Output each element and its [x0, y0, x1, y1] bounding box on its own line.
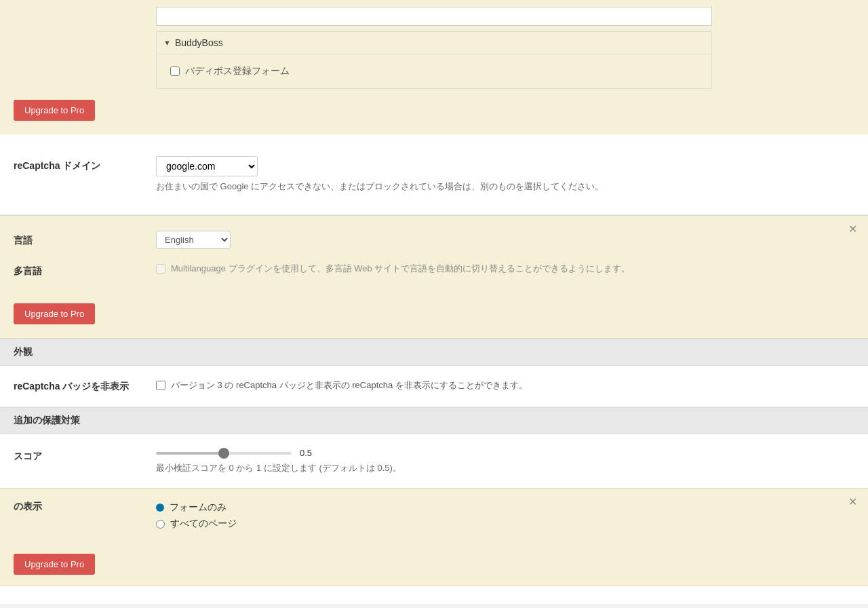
language-close-btn[interactable]: ✕	[848, 224, 857, 235]
display-radio-all[interactable]	[156, 520, 165, 529]
multilang-label: 多言語	[14, 261, 156, 278]
language-label: 言語	[14, 231, 156, 247]
buddyboss-arrow-icon: ▼	[163, 39, 171, 47]
badge-row: reCaptcha バッジを非表示 バージョン 3 の reCaptcha バッ…	[0, 366, 868, 407]
bottom-row	[0, 593, 868, 604]
protection-section: スコア 0.5 最小検証スコアを 0 から 1 に設定します (デフォルトは 0…	[0, 434, 868, 488]
page-wrapper: ▼ BuddyBoss バディボス登録フォーム Upgrade to Pro r…	[0, 0, 868, 604]
display-option-forms: フォームのみ	[156, 499, 854, 516]
display-section: ✕ の表示 フォームのみ すべてのページ Upgrade to Pro	[0, 488, 868, 586]
domain-content: google.com recaptcha.net お住まいの国で Google …	[156, 156, 854, 193]
appearance-section-header: 外観	[0, 339, 868, 366]
display-option-all: すべてのページ	[156, 516, 854, 532]
domain-select[interactable]: google.com recaptcha.net	[156, 156, 258, 176]
multilang-row: Multilanguage プラグインを使用して、多言語 Web サイトで言語を…	[156, 261, 854, 275]
buddyboss-checkbox[interactable]	[170, 66, 180, 76]
display-close-btn[interactable]: ✕	[848, 497, 857, 508]
score-row: スコア 0.5 最小検証スコアを 0 から 1 に設定します (デフォルトは 0…	[0, 434, 868, 488]
buddyboss-header[interactable]: ▼ BuddyBoss	[156, 31, 712, 54]
buddyboss-upgrade-btn[interactable]: Upgrade to Pro	[14, 100, 95, 121]
display-option2-label: すべてのページ	[170, 518, 237, 530]
buddyboss-input-area	[156, 7, 712, 26]
slider-container: 0.5	[156, 448, 854, 458]
display-row: の表示 フォームのみ すべてのページ	[0, 489, 868, 543]
badge-checkbox[interactable]	[156, 381, 165, 390]
display-upgrade-wrapper: Upgrade to Pro	[0, 543, 868, 586]
bottom-section	[0, 586, 868, 604]
language-select-wrapper: English Japanese Chinese French German	[156, 231, 854, 249]
domain-form-row: reCaptcha ドメイン google.com recaptcha.net …	[0, 148, 868, 201]
language-upgrade-wrapper: Upgrade to Pro	[0, 286, 868, 324]
buddyboss-container: ▼ BuddyBoss バディボス登録フォーム	[156, 7, 712, 89]
radio-dot-selected	[156, 504, 164, 512]
language-select[interactable]: English Japanese Chinese French German	[156, 231, 231, 249]
protection-section-header: 追加の保護対策	[0, 407, 868, 434]
display-options: フォームのみ すべてのページ	[156, 499, 854, 532]
score-description: 最小検証スコアを 0 から 1 に設定します (デフォルトは 0.5)。	[156, 462, 854, 474]
display-label: の表示	[14, 499, 156, 513]
score-label: スコア	[14, 448, 156, 463]
score-content: 0.5 最小検証スコアを 0 から 1 に設定します (デフォルトは 0.5)。	[156, 448, 854, 474]
badge-label: reCaptcha バッジを非表示	[14, 379, 156, 393]
buddyboss-content: バディボス登録フォーム	[156, 54, 712, 89]
language-upgrade-btn[interactable]: Upgrade to Pro	[14, 303, 95, 324]
multilang-form-row: 多言語 Multilanguage プラグインを使用して、多言語 Web サイト…	[0, 257, 868, 286]
domain-description: お住まいの国で Google にアクセスできない、またはブロックされている場合は…	[156, 180, 854, 193]
buddyboss-upgrade-wrapper: Upgrade to Pro	[0, 89, 868, 121]
language-section: ✕ 言語 English Japanese Chinese French Ger…	[0, 215, 868, 339]
score-slider[interactable]	[156, 452, 292, 455]
buddyboss-checkbox-label: バディボス登録フォーム	[185, 65, 290, 77]
buddyboss-header-label: BuddyBoss	[175, 37, 223, 48]
multilang-description: Multilanguage プラグインを使用して、多言語 Web サイトで言語を…	[171, 263, 630, 275]
display-option1-label: フォームのみ	[170, 501, 226, 514]
score-value: 0.5	[300, 448, 312, 458]
display-upgrade-btn[interactable]: Upgrade to Pro	[14, 554, 95, 575]
buddyboss-checkbox-row: バディボス登録フォーム	[170, 62, 698, 80]
appearance-section: reCaptcha バッジを非表示 バージョン 3 の reCaptcha バッ…	[0, 366, 868, 407]
badge-description: バージョン 3 の reCaptcha バッジと非表示の reCaptcha を…	[171, 379, 528, 392]
domain-section: reCaptcha ドメイン google.com recaptcha.net …	[0, 134, 868, 215]
buddyboss-section: ▼ BuddyBoss バディボス登録フォーム Upgrade to Pro	[0, 0, 868, 134]
multilang-checkbox[interactable]	[156, 264, 165, 273]
badge-content: バージョン 3 の reCaptcha バッジと非表示の reCaptcha を…	[156, 379, 528, 392]
domain-label: reCaptcha ドメイン	[14, 156, 156, 172]
language-form-row: 言語 English Japanese Chinese French Germa…	[0, 223, 868, 257]
multilang-content: Multilanguage プラグインを使用して、多言語 Web サイトで言語を…	[156, 261, 854, 275]
